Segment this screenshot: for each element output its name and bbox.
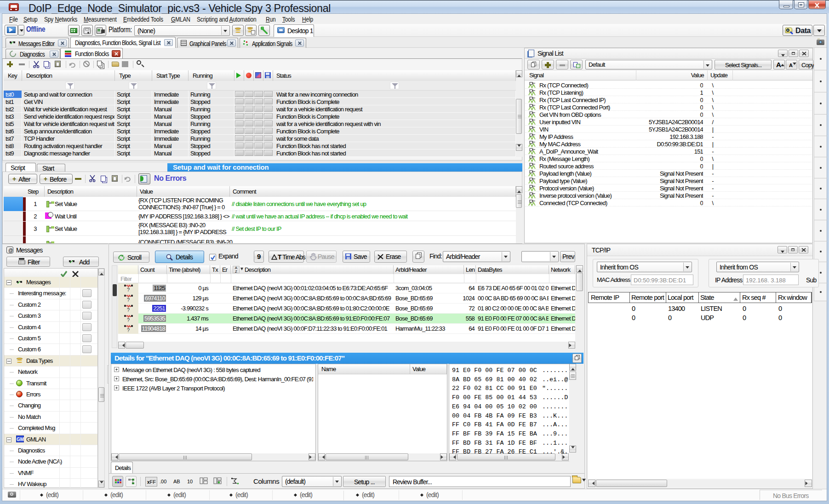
svg-text:?: ? [127, 297, 130, 302]
svg-text:?: ? [127, 327, 130, 332]
svg-text:?: ? [127, 287, 130, 292]
svg-text:?: ? [127, 317, 130, 322]
svg-text:?: ? [127, 307, 130, 312]
